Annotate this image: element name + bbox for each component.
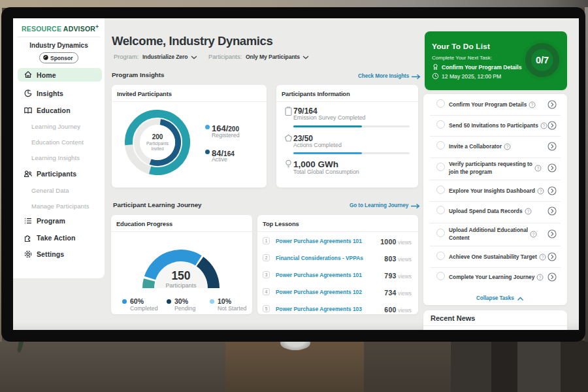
svg-text:?: ? (531, 103, 534, 107)
svg-text:?: ? (532, 232, 535, 237)
svg-text:?: ? (542, 255, 544, 259)
svg-text:?: ? (539, 275, 542, 280)
svg-text:?: ? (527, 209, 530, 214)
svg-text:?: ? (543, 123, 546, 128)
svg-text:?: ? (506, 144, 509, 149)
svg-text:?: ? (540, 189, 542, 193)
svg-text:?: ? (537, 166, 540, 171)
